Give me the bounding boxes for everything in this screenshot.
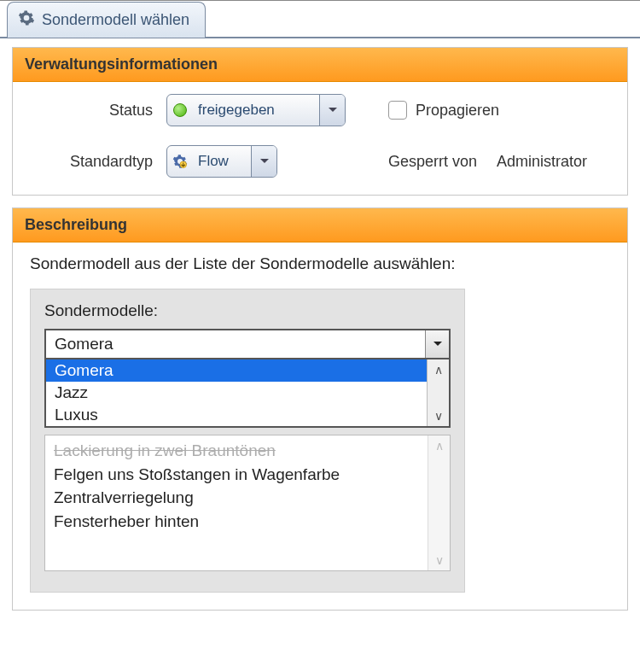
tab-sondermodell-waehlen[interactable]: Sondermodell wählen [7,2,206,38]
locked-by-value: Administrator [497,153,587,170]
standardtyp-value: Flow [193,153,251,170]
tab-label: Sondermodell wählen [42,11,189,29]
sondermodelle-option[interactable]: Jazz [46,382,427,404]
standardtyp-dropdown[interactable]: Flow [166,145,277,178]
status-active-icon [167,103,193,117]
sondermodelle-dropdown[interactable]: Gomera Gomera Jazz Luxus ∧ [44,329,451,359]
sondermodelle-label: Sondermodelle: [44,301,451,320]
details-scrollbar[interactable]: ∧ ∨ [428,435,450,570]
propagate-label: Propagieren [416,102,499,120]
panel-verwaltungsinformationen: Verwaltungsinformationen Status freigege… [12,47,628,196]
status-value: freigegeben [193,102,319,119]
sondermodell-details-listbox[interactable]: Lackierung in zwei Brauntönen Felgen uns… [44,435,451,571]
sondermodelle-selected: Gomera [46,335,425,354]
scroll-up-icon[interactable]: ∧ [434,363,443,377]
sondermodelle-dropdown-list: Gomera Jazz Luxus ∧ ∨ [44,359,451,428]
tab-row: Sondermodell wählen [0,1,640,38]
propagate-checkbox[interactable] [388,101,407,120]
list-item: Felgen uns Stoßstangen in Wagenfarbe [54,463,419,487]
sondermodelle-option[interactable]: Gomera [46,359,427,382]
panel-header-beschreibung: Beschreibung [13,208,627,243]
dropdown-scrollbar[interactable]: ∧ ∨ [427,359,449,426]
panel-beschreibung: Beschreibung Sondermodell aus der Liste … [12,207,628,611]
gear-icon [18,9,35,31]
list-item: Fensterheber hinten [54,510,419,534]
locked-by-label: Gesperrt von [388,153,477,170]
sondermodelle-dropdown-toggle[interactable] [425,330,449,358]
panel-header-verwaltung: Verwaltungsinformationen [13,48,627,82]
label-standardtyp: Standardtyp [30,153,166,171]
label-status: Status [30,102,166,120]
standardtyp-dropdown-toggle[interactable] [251,146,276,177]
sondermodelle-box: Sondermodelle: Gomera Gomera Jazz Luxus [30,289,465,593]
beschreibung-intro: Sondermodell aus der Liste der Sondermod… [30,254,610,273]
list-item: Lackierung in zwei Brauntönen [54,439,419,463]
status-dropdown[interactable]: freigegeben [166,94,346,126]
scroll-up-icon[interactable]: ∧ [435,439,444,453]
scroll-down-icon[interactable]: ∨ [435,553,444,567]
sondermodelle-option[interactable]: Luxus [46,404,427,426]
flow-gear-icon [167,154,193,169]
status-dropdown-toggle[interactable] [319,95,345,126]
list-item: Zentralverriegelung [54,486,419,510]
scroll-down-icon[interactable]: ∨ [434,409,443,423]
